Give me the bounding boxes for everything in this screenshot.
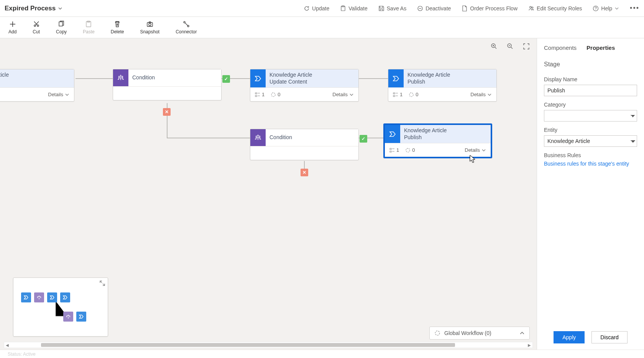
details-toggle[interactable]: Details bbox=[332, 92, 354, 97]
cross-mark-icon: ✕ bbox=[301, 169, 308, 176]
trash-icon bbox=[114, 21, 121, 28]
update-button[interactable]: Update bbox=[304, 5, 329, 11]
check-mark-icon: ✓ bbox=[360, 135, 367, 143]
minimap-node bbox=[76, 312, 86, 322]
spinner-icon bbox=[271, 92, 276, 97]
label: Deactivate bbox=[426, 5, 451, 11]
display-name-input[interactable] bbox=[544, 85, 637, 96]
steps-icon bbox=[393, 92, 398, 97]
details-toggle[interactable]: Details bbox=[48, 92, 69, 97]
label: Global Workflow (0) bbox=[444, 330, 491, 336]
status-text: Status: Active bbox=[8, 351, 36, 357]
steps-icon bbox=[389, 148, 395, 153]
edit-security-roles-button[interactable]: Edit Security Roles bbox=[528, 5, 582, 11]
scroll-right-arrow[interactable]: ▶ bbox=[526, 342, 532, 348]
header-actions: Update Validate Save As Deactivate Order… bbox=[304, 4, 639, 12]
tab-components[interactable]: Components bbox=[544, 44, 577, 52]
save-icon bbox=[378, 5, 384, 11]
chevron-down-icon bbox=[614, 6, 619, 11]
chevron-down-icon bbox=[65, 92, 69, 97]
panel-tabs: Components Properties bbox=[544, 44, 637, 52]
order-process-flow-button[interactable]: Order Process Flow bbox=[462, 5, 518, 11]
global-workflow-bar[interactable]: Global Workflow (0) bbox=[429, 327, 530, 340]
more-actions-button[interactable]: ••• bbox=[630, 4, 639, 12]
entity-select[interactable]: Knowledge Article bbox=[544, 135, 637, 147]
condition-node-2[interactable]: Condition bbox=[250, 129, 359, 160]
label: Snapshot bbox=[140, 29, 159, 34]
snapshot-button[interactable]: Snapshot bbox=[140, 21, 159, 34]
paste-button: Paste bbox=[83, 21, 95, 34]
cross-mark-icon: ✕ bbox=[163, 108, 171, 116]
stage-icon bbox=[250, 69, 266, 87]
svg-rect-9 bbox=[59, 22, 62, 26]
help-icon bbox=[593, 5, 599, 11]
stage-node-publish-selected[interactable]: Knowledge Article Publish 1 0 Details bbox=[383, 123, 492, 158]
chevron-down-icon bbox=[58, 6, 62, 11]
panel-buttons: Apply Discard bbox=[544, 331, 637, 343]
svg-point-6 bbox=[596, 9, 596, 10]
chevron-down-icon bbox=[481, 148, 486, 153]
details-toggle[interactable]: Details bbox=[465, 147, 486, 153]
apply-button[interactable]: Apply bbox=[554, 331, 585, 343]
node-title-line2: Update Content bbox=[269, 79, 312, 85]
clipboard-icon bbox=[340, 5, 346, 11]
connector-button[interactable]: Connector bbox=[176, 21, 197, 34]
details-label: Details bbox=[48, 92, 63, 97]
business-rules-link[interactable]: Business rules for this stage's entity bbox=[544, 161, 637, 167]
properties-panel: Components Properties Stage Display Name… bbox=[537, 38, 644, 350]
node-title-line2: eview bbox=[0, 79, 9, 85]
svg-point-7 bbox=[34, 25, 36, 26]
camera-icon bbox=[146, 21, 153, 28]
entity-label: Entity bbox=[544, 127, 637, 133]
condition-node-1[interactable]: Condition bbox=[113, 69, 222, 100]
condition-icon bbox=[113, 69, 128, 86]
count: 0 bbox=[278, 92, 280, 97]
delete-button[interactable]: Delete bbox=[111, 21, 124, 34]
discard-button[interactable]: Discard bbox=[591, 331, 627, 343]
stage-node-update-content[interactable]: Knowledge Article Update Content 1 0 Det… bbox=[250, 69, 359, 102]
stage-node-review[interactable]: nowledge Article eview 0 Details bbox=[0, 69, 74, 102]
save-as-button[interactable]: Save As bbox=[378, 5, 406, 11]
svg-point-13 bbox=[149, 23, 151, 26]
scroll-thumb[interactable] bbox=[41, 343, 455, 347]
svg-point-28 bbox=[435, 331, 439, 335]
minimap-lines bbox=[13, 278, 108, 336]
help-button[interactable]: Help bbox=[593, 5, 619, 11]
node-title: Condition bbox=[269, 134, 292, 141]
stage-node-publish-top[interactable]: Knowledge Article Publish 1 0 Details bbox=[388, 69, 497, 102]
editor-toolbar: Add Cut Copy Paste Delete Snapshot Conne… bbox=[0, 17, 644, 38]
tab-properties[interactable]: Properties bbox=[586, 44, 615, 52]
label: Connector bbox=[176, 29, 197, 34]
validate-button[interactable]: Validate bbox=[340, 5, 368, 11]
deactivate-button[interactable]: Deactivate bbox=[417, 5, 451, 11]
node-title-line2: Publish bbox=[407, 79, 450, 85]
svg-rect-25 bbox=[390, 148, 391, 149]
spinner-icon bbox=[405, 148, 411, 153]
svg-rect-19 bbox=[255, 93, 257, 94]
svg-point-14 bbox=[184, 21, 185, 23]
label: Help bbox=[601, 5, 612, 11]
stage-icon bbox=[388, 69, 404, 87]
add-button[interactable]: Add bbox=[8, 21, 16, 34]
canvas-scrollbar[interactable]: ◀ ▶ bbox=[4, 342, 533, 348]
stage-icon bbox=[385, 125, 400, 143]
scroll-left-arrow[interactable]: ◀ bbox=[4, 342, 10, 348]
copy-button[interactable]: Copy bbox=[56, 21, 67, 34]
process-canvas[interactable]: ✓ ✕ ✓ ✕ nowledge Article eview 0 Details bbox=[0, 38, 537, 350]
label: Validate bbox=[348, 5, 368, 11]
spinner-icon bbox=[434, 330, 440, 336]
chevron-down-icon bbox=[487, 92, 492, 97]
category-select[interactable] bbox=[544, 110, 637, 122]
minimap[interactable] bbox=[13, 278, 108, 337]
details-toggle[interactable]: Details bbox=[470, 92, 492, 97]
label: Edit Security Roles bbox=[537, 5, 582, 11]
label: Add bbox=[8, 29, 16, 34]
svg-rect-20 bbox=[255, 95, 257, 97]
node-title-line1: Knowledge Article bbox=[407, 72, 450, 79]
label: Cut bbox=[33, 29, 40, 34]
condition-icon bbox=[250, 129, 266, 146]
cut-button[interactable]: Cut bbox=[33, 21, 40, 34]
status-bar: Status: Active bbox=[0, 350, 644, 358]
minimap-node bbox=[63, 312, 73, 322]
process-title[interactable]: Expired Process bbox=[5, 5, 62, 12]
